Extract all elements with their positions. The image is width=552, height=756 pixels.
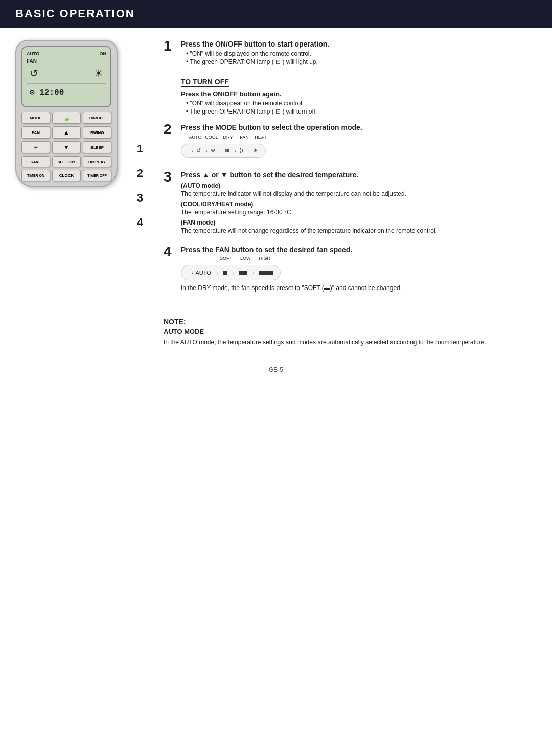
note-section: NOTE: AUTO MODE In the AUTO mode, the te… xyxy=(164,309,537,346)
button-row-2: FAN ▲ SWING xyxy=(21,126,111,139)
fan-speed-diagram: → AUTO → → → xyxy=(181,265,281,280)
page-number: GB-5 xyxy=(269,366,283,373)
display-button[interactable]: DISPLAY xyxy=(83,156,111,167)
header-bar: BASIC OPERATION xyxy=(0,0,552,28)
page-title: BASIC OPERATION xyxy=(15,7,537,20)
note-text: In the AUTO mode, the temperature settin… xyxy=(164,339,537,346)
step-3-sub-auto-text: The temperature indicator will not displ… xyxy=(181,190,537,197)
fan-label-high: HIGH xyxy=(259,256,271,261)
step-2: 2 Press the MODE button to select the op… xyxy=(164,123,537,162)
sleep-button[interactable]: SLEEP xyxy=(83,141,111,153)
remote-control: AUTO ON FAN ↺ ☀ ⊙ 12:00 MODE 🍃 xyxy=(15,40,118,187)
indicator-3: 3 xyxy=(137,191,143,205)
step-1-bullet-2: • The green OPERATION lamp ( ⊟ ) will li… xyxy=(186,58,537,65)
remote-control-column: AUTO ON FAN ↺ ☀ ⊙ 12:00 MODE 🍃 xyxy=(15,40,148,346)
step-4-title: Press the FAN button to set the desired … xyxy=(181,246,537,254)
ion-button[interactable]: 🍃 xyxy=(52,112,81,124)
fan-arrow-3: → xyxy=(250,270,256,276)
auto-label: AUTO xyxy=(27,51,39,56)
step-1-title: Press the ON/OFF button to start operati… xyxy=(181,40,537,48)
fan-speed-diagram-container: SOFT LOW HIGH → AUTO → → → xyxy=(181,256,537,280)
clock-button[interactable]: CLOCK xyxy=(52,170,81,181)
button-row-5: TIMER ON CLOCK TIMER OFF xyxy=(21,170,111,181)
fan-label-soft: SOFT xyxy=(220,256,232,261)
step-4: 4 Press the FAN button to set the desire… xyxy=(164,246,537,294)
sun-icon: ☀ xyxy=(94,67,103,79)
mode-icon-heat: ☀ xyxy=(253,147,258,154)
button-row-1: MODE 🍃 ON/OFF xyxy=(21,112,111,124)
arrow-2: → xyxy=(217,148,223,154)
step-3: 3 Press ▲ or ▼ button to set the desired… xyxy=(164,171,537,236)
fan-auto-label: → AUTO xyxy=(189,270,211,276)
fan-diagram-labels: SOFT LOW HIGH xyxy=(181,256,537,261)
turn-off-subtitle: Press the ON/OFF button again. xyxy=(181,90,537,98)
onoff-button[interactable]: ON/OFF xyxy=(83,112,111,124)
arrow-4: → xyxy=(245,148,251,154)
note-label: NOTE: xyxy=(164,318,537,326)
mode-label-auto: AUTO xyxy=(188,135,202,140)
fan-label-blank xyxy=(181,256,212,261)
indicator-1: 1 xyxy=(137,142,143,155)
mode-icon-dry: ≋ xyxy=(225,147,229,154)
arrow-1: → xyxy=(203,148,209,154)
step-3-sub-fan-label: (FAN mode) xyxy=(181,219,537,226)
step-2-content: Press the MODE button to select the oper… xyxy=(181,123,537,162)
save-button[interactable]: SAVE xyxy=(21,156,50,167)
back-button[interactable]: ↩ xyxy=(21,141,50,153)
mode-icon-fan: ⟨⟩ xyxy=(239,147,243,154)
step-2-title: Press the MODE button to select the oper… xyxy=(181,123,537,131)
timer-on-button[interactable]: TIMER ON xyxy=(21,170,50,181)
remote-screen: AUTO ON FAN ↺ ☀ ⊙ 12:00 xyxy=(21,46,111,107)
mode-button[interactable]: MODE xyxy=(21,112,50,124)
step-3-number: 3 xyxy=(164,170,176,236)
instructions-column: 1 Press the ON/OFF button to start opera… xyxy=(164,40,537,346)
down-button[interactable]: ▼ xyxy=(52,141,81,153)
screen-time: ⊙ 12:00 xyxy=(27,83,106,100)
auto-rotate-icon: ↺ xyxy=(30,67,38,79)
turn-off-section: TO TURN OFF Press the ON/OFF button agai… xyxy=(181,76,537,115)
step-4-content: Press the FAN button to set the desired … xyxy=(181,246,537,294)
turn-off-heading: TO TURN OFF xyxy=(181,78,229,87)
mode-diagram-container: AUTO COOL DRY FAN HEAT → ↺ → ❄ → ≋ → xyxy=(181,135,537,158)
fan-label-low: LOW xyxy=(240,256,251,261)
step-1-content: Press the ON/OFF button to start operati… xyxy=(181,40,537,66)
step-2-number: 2 xyxy=(164,122,176,162)
arrow-3: → xyxy=(232,148,237,154)
fan-arrow-2: → xyxy=(230,270,236,276)
indicator-2: 2 xyxy=(137,167,143,180)
step-3-title: Press ▲ or ▼ button to set the desired t… xyxy=(181,171,537,179)
mode-icon-auto: ↺ xyxy=(196,147,201,154)
turn-off-bullet-1: • "ON" will disappear on the remote cont… xyxy=(186,100,537,107)
swing-button[interactable]: SWING xyxy=(83,126,111,139)
step-1: 1 Press the ON/OFF button to start opera… xyxy=(164,40,537,66)
mode-icon-cool: ❄ xyxy=(211,147,215,154)
step-3-sub-fan-text: The temperature will not change regardle… xyxy=(181,227,537,234)
button-row-3: ↩ ▼ SLEEP xyxy=(21,141,111,153)
indicator-4: 4 xyxy=(137,216,143,229)
step-1-bullet-1: • "ON" will be displayed on the remote c… xyxy=(186,50,537,57)
fan-speed-row: → AUTO → → → xyxy=(189,270,273,276)
mode-label-dry: DRY xyxy=(221,135,235,140)
arrow-start: → xyxy=(189,148,194,154)
fan-bar-high xyxy=(259,271,273,275)
remote-buttons-area: MODE 🍃 ON/OFF FAN ▲ SWING ↩ ▼ SLEEP xyxy=(21,112,111,181)
fan-arrow-1: → xyxy=(214,270,220,276)
step-1-number: 1 xyxy=(164,39,176,66)
step-4-number: 4 xyxy=(164,244,176,294)
self-dry-button[interactable]: SELF DRY xyxy=(52,156,81,167)
fan-button[interactable]: FAN xyxy=(21,126,50,139)
step-number-indicators: 1 2 3 4 xyxy=(137,142,143,229)
step-3-sub-cool-label: (COOL/DRY/HEAT mode) xyxy=(181,201,537,208)
fan-bar-low xyxy=(239,271,247,275)
mode-diagram-labels: AUTO COOL DRY FAN HEAT xyxy=(181,135,537,140)
mode-label-fan: FAN xyxy=(237,135,251,140)
step-3-sub-cool-text: The temperature setting range: 16-30 °C. xyxy=(181,209,537,216)
up-button[interactable]: ▲ xyxy=(52,126,81,139)
mode-label-heat: HEAT xyxy=(254,135,268,140)
step-4-note: In the DRY mode, the fan speed is preset… xyxy=(181,284,537,292)
timer-off-button[interactable]: TIMER OFF xyxy=(83,170,111,181)
fan-label: FAN xyxy=(27,58,106,64)
note-subtitle: AUTO MODE xyxy=(164,328,537,336)
fan-bar-soft xyxy=(223,271,227,275)
on-label: ON xyxy=(100,51,107,56)
